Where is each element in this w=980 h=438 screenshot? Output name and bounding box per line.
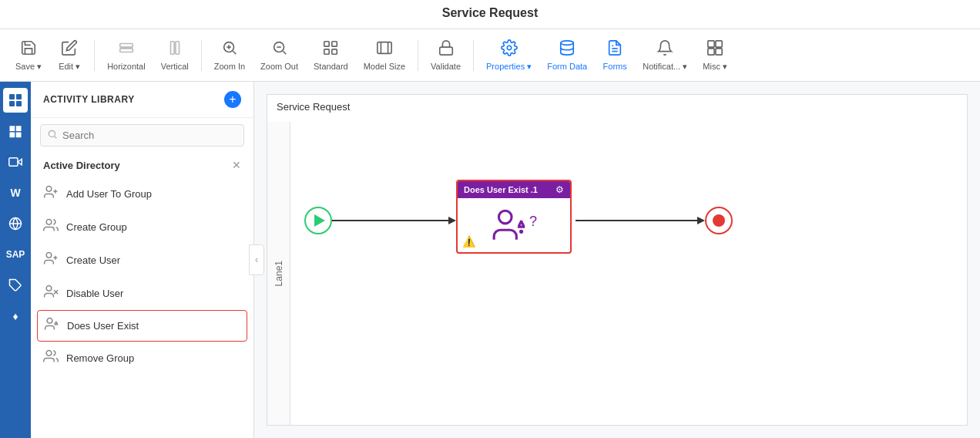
svg-point-45 <box>46 220 52 225</box>
side-icon-wordpress[interactable]: W <box>3 180 28 205</box>
standard-button[interactable]: Standard <box>307 36 354 74</box>
form-data-icon <box>559 39 576 60</box>
disable-user-label: Disable User <box>66 288 123 299</box>
activity-item-remove-group[interactable]: Remove Group <box>31 342 253 375</box>
svg-rect-25 <box>708 48 714 54</box>
canvas-container: Service Request Lane1 <box>267 94 968 426</box>
svg-rect-12 <box>332 42 337 46</box>
svg-rect-15 <box>378 42 391 54</box>
horizontal-button[interactable]: Horizontal <box>101 36 152 74</box>
node-title: Does User Exist .1 <box>464 185 538 194</box>
svg-point-59 <box>498 211 512 224</box>
node-gear-icon[interactable]: ⚙ <box>555 184 564 195</box>
side-icon-globe[interactable] <box>3 211 28 236</box>
library-add-button[interactable]: + <box>224 91 241 108</box>
properties-label: Properties ▾ <box>486 62 532 72</box>
svg-line-9 <box>283 51 286 54</box>
validate-label: Validate <box>431 62 461 71</box>
disable-user-icon <box>43 284 59 303</box>
edit-icon <box>61 39 78 60</box>
search-icon <box>47 129 58 142</box>
validate-icon <box>438 39 455 60</box>
side-icon-puzzle[interactable] <box>3 273 28 298</box>
canvas-area[interactable]: Service Request Lane1 <box>254 82 980 438</box>
activity-item-create-group[interactable]: Create Group <box>31 211 253 244</box>
add-user-to-group-label: Add User To Group <box>66 188 152 200</box>
search-input[interactable] <box>62 130 237 141</box>
toolbar-divider-1 <box>94 40 95 71</box>
activity-item-add-user-to-group[interactable]: Add User To Group <box>31 177 253 211</box>
svg-rect-23 <box>708 40 714 46</box>
side-icon-sap[interactable]: SAP <box>3 242 28 267</box>
side-icon-windows[interactable] <box>3 119 28 143</box>
does-user-exist-node[interactable]: Does User Exist .1 ⚙ ⚠️ ? <box>456 180 572 254</box>
validate-button[interactable]: Validate <box>425 36 467 74</box>
svg-marker-56 <box>448 217 456 224</box>
toolbar: Save ▾ Edit ▾ Horizontal Vertical <box>0 29 980 82</box>
collapse-sidebar-button[interactable]: ‹ <box>249 244 264 275</box>
svg-rect-2 <box>170 42 174 55</box>
category-close-icon[interactable]: ✕ <box>232 159 241 171</box>
library-title: ACTIVITY LIBRARY <box>43 94 135 105</box>
save-button[interactable]: Save ▾ <box>9 36 48 75</box>
toolbar-divider-2 <box>201 40 202 71</box>
svg-rect-11 <box>324 42 329 46</box>
node-warning-icon: ⚠️ <box>462 235 475 248</box>
svg-line-5 <box>233 51 236 54</box>
model-size-button[interactable]: Model Size <box>357 36 411 74</box>
activity-item-disable-user[interactable]: Disable User <box>31 277 253 310</box>
model-size-icon <box>376 39 393 60</box>
activity-item-create-user[interactable]: Create User <box>31 244 253 277</box>
add-user-icon <box>43 184 59 204</box>
create-group-label: Create Group <box>66 221 127 233</box>
side-icons-panel: W SAP ♦ <box>0 82 31 438</box>
model-size-label: Model Size <box>364 62 405 71</box>
create-group-icon <box>43 217 59 237</box>
zoom-out-icon <box>271 39 288 60</box>
side-icon-video[interactable] <box>3 150 28 174</box>
start-node[interactable] <box>304 207 332 234</box>
svg-rect-24 <box>716 40 722 46</box>
question-mark: ? <box>529 214 537 230</box>
side-icon-grid[interactable] <box>3 88 28 113</box>
lane-label: Lane1 <box>274 261 284 286</box>
forms-button[interactable]: Forms <box>596 36 633 74</box>
notifications-button[interactable]: Notificat... ▾ <box>636 36 693 75</box>
zoom-in-button[interactable]: Zoom In <box>208 36 251 74</box>
svg-point-42 <box>46 187 52 192</box>
svg-line-41 <box>55 136 57 139</box>
svg-rect-30 <box>16 101 22 106</box>
svg-marker-58 <box>697 217 705 224</box>
toolbar-divider-3 <box>418 40 418 71</box>
category-header[interactable]: Active Directory ✕ <box>31 153 253 177</box>
zoom-out-button[interactable]: Zoom Out <box>254 36 304 74</box>
zoom-out-label: Zoom Out <box>260 62 298 71</box>
properties-button[interactable]: Properties ▾ <box>480 36 538 75</box>
svg-rect-26 <box>716 48 722 54</box>
vertical-button[interactable]: Vertical <box>155 36 195 74</box>
svg-point-19 <box>507 45 512 50</box>
page-title: Service Request <box>442 6 539 19</box>
end-node[interactable] <box>705 207 733 234</box>
canvas-svg <box>267 95 967 425</box>
node-body: ⚠️ ? <box>458 198 570 252</box>
activity-library: ACTIVITY LIBRARY + Active Directory ✕ <box>31 82 254 438</box>
end-icon <box>713 214 725 227</box>
svg-rect-32 <box>16 126 22 131</box>
notifications-label: Notificat... ▾ <box>643 62 687 72</box>
svg-point-20 <box>561 41 574 45</box>
svg-rect-28 <box>16 94 22 99</box>
vertical-label: Vertical <box>161 62 189 71</box>
vertical-icon <box>166 39 183 60</box>
notifications-icon <box>656 39 673 60</box>
does-user-exist-label: Does User Exist <box>67 320 139 332</box>
zoom-in-icon <box>221 39 238 60</box>
form-data-button[interactable]: Form Data <box>541 36 593 74</box>
misc-button[interactable]: Misc ▾ <box>696 36 733 75</box>
side-icon-eth[interactable]: ♦ <box>3 304 28 328</box>
search-box[interactable] <box>40 124 244 147</box>
activity-item-does-user-exist[interactable]: Does User Exist <box>37 310 247 342</box>
standard-label: Standard <box>314 62 348 71</box>
edit-button[interactable]: Edit ▾ <box>51 36 88 75</box>
svg-rect-3 <box>176 42 180 55</box>
